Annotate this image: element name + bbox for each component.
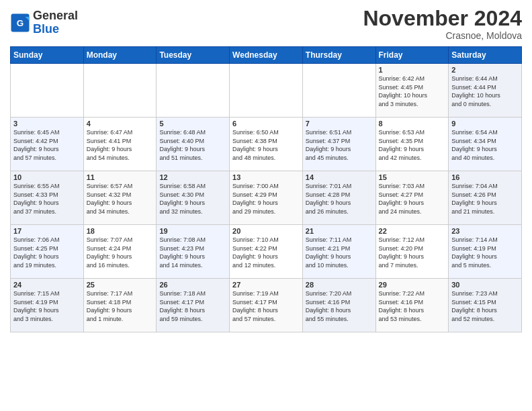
day-number: 18 (87, 227, 154, 235)
page-container: G General Blue November 2024 Crasnoe, Mo… (0, 0, 532, 339)
logo-text: General Blue (33, 9, 78, 36)
calendar-cell: 13Sunrise: 7:00 AM Sunset: 4:29 PM Dayli… (230, 171, 303, 225)
day-number: 5 (159, 120, 226, 128)
day-info: Sunrise: 7:07 AM Sunset: 4:24 PM Dayligh… (87, 236, 154, 269)
day-number: 25 (87, 281, 154, 289)
calendar-cell (302, 64, 375, 118)
logo-icon: G (10, 13, 30, 33)
day-number: 20 (232, 227, 300, 235)
day-number: 10 (13, 173, 81, 181)
calendar-cell: 9Sunrise: 6:54 AM Sunset: 4:34 PM Daylig… (449, 118, 522, 171)
calendar-cell: 26Sunrise: 7:18 AM Sunset: 4:17 PM Dayli… (157, 279, 230, 332)
day-number: 9 (451, 120, 519, 128)
calendar-cell: 7Sunrise: 6:51 AM Sunset: 4:37 PM Daylig… (302, 118, 375, 171)
calendar-cell: 1Sunrise: 6:42 AM Sunset: 4:45 PM Daylig… (375, 64, 449, 118)
day-number: 3 (13, 120, 81, 128)
weekday-header: Saturday (449, 47, 522, 64)
calendar-cell: 28Sunrise: 7:20 AM Sunset: 4:16 PM Dayli… (302, 279, 375, 332)
day-info: Sunrise: 7:11 AM Sunset: 4:21 PM Dayligh… (306, 236, 373, 269)
day-info: Sunrise: 7:08 AM Sunset: 4:23 PM Dayligh… (159, 236, 226, 269)
logo: G General Blue (10, 9, 78, 36)
day-info: Sunrise: 6:53 AM Sunset: 4:35 PM Dayligh… (379, 128, 446, 162)
calendar-cell (157, 64, 230, 118)
day-number: 21 (306, 227, 373, 235)
day-number: 17 (13, 227, 81, 235)
title-block: November 2024 Crasnoe, Moldova (363, 7, 522, 41)
header: G General Blue November 2024 Crasnoe, Mo… (10, 7, 522, 41)
calendar-cell: 17Sunrise: 7:06 AM Sunset: 4:25 PM Dayli… (11, 225, 84, 279)
day-info: Sunrise: 7:00 AM Sunset: 4:29 PM Dayligh… (232, 182, 300, 216)
day-info: Sunrise: 6:48 AM Sunset: 4:40 PM Dayligh… (159, 128, 226, 162)
day-info: Sunrise: 6:42 AM Sunset: 4:45 PM Dayligh… (379, 75, 446, 108)
calendar-cell: 15Sunrise: 7:03 AM Sunset: 4:27 PM Dayli… (375, 171, 449, 225)
day-info: Sunrise: 7:18 AM Sunset: 4:17 PM Dayligh… (159, 289, 226, 323)
day-info: Sunrise: 7:12 AM Sunset: 4:20 PM Dayligh… (379, 236, 446, 269)
weekday-header: Sunday (11, 47, 84, 64)
day-number: 26 (159, 281, 226, 289)
day-info: Sunrise: 7:10 AM Sunset: 4:22 PM Dayligh… (232, 236, 300, 269)
day-number: 14 (306, 173, 373, 181)
calendar-cell: 3Sunrise: 6:45 AM Sunset: 4:42 PM Daylig… (11, 118, 84, 171)
day-info: Sunrise: 6:58 AM Sunset: 4:30 PM Dayligh… (159, 182, 226, 216)
day-number: 2 (451, 66, 519, 74)
day-number: 4 (87, 120, 154, 128)
day-info: Sunrise: 7:03 AM Sunset: 4:27 PM Dayligh… (379, 182, 446, 216)
calendar-cell: 16Sunrise: 7:04 AM Sunset: 4:26 PM Dayli… (449, 171, 522, 225)
day-number: 16 (451, 173, 519, 181)
day-number: 8 (379, 120, 446, 128)
day-number: 27 (232, 281, 300, 289)
svg-text:G: G (17, 17, 24, 28)
day-number: 12 (159, 173, 226, 181)
day-info: Sunrise: 6:57 AM Sunset: 4:32 PM Dayligh… (87, 182, 154, 216)
day-info: Sunrise: 6:50 AM Sunset: 4:38 PM Dayligh… (232, 128, 300, 162)
weekday-header: Tuesday (157, 47, 230, 64)
calendar-cell: 5Sunrise: 6:48 AM Sunset: 4:40 PM Daylig… (157, 118, 230, 171)
calendar-cell (11, 64, 84, 118)
calendar-cell: 2Sunrise: 6:44 AM Sunset: 4:44 PM Daylig… (449, 64, 522, 118)
calendar-week-row: 3Sunrise: 6:45 AM Sunset: 4:42 PM Daylig… (11, 118, 522, 171)
day-info: Sunrise: 6:54 AM Sunset: 4:34 PM Dayligh… (451, 128, 519, 162)
day-info: Sunrise: 6:51 AM Sunset: 4:37 PM Dayligh… (306, 128, 373, 162)
calendar-cell: 18Sunrise: 7:07 AM Sunset: 4:24 PM Dayli… (83, 225, 157, 279)
calendar-cell: 11Sunrise: 6:57 AM Sunset: 4:32 PM Dayli… (83, 171, 157, 225)
calendar-cell (230, 64, 303, 118)
day-number: 23 (451, 227, 519, 235)
day-number: 22 (379, 227, 446, 235)
day-number: 7 (306, 120, 373, 128)
weekday-header: Monday (83, 47, 157, 64)
day-info: Sunrise: 7:20 AM Sunset: 4:16 PM Dayligh… (306, 289, 373, 323)
calendar-cell: 30Sunrise: 7:23 AM Sunset: 4:15 PM Dayli… (449, 279, 522, 332)
calendar-cell: 12Sunrise: 6:58 AM Sunset: 4:30 PM Dayli… (157, 171, 230, 225)
day-info: Sunrise: 7:22 AM Sunset: 4:16 PM Dayligh… (379, 289, 446, 323)
day-info: Sunrise: 6:44 AM Sunset: 4:44 PM Dayligh… (451, 75, 519, 108)
calendar-cell: 27Sunrise: 7:19 AM Sunset: 4:17 PM Dayli… (230, 279, 303, 332)
day-number: 29 (379, 281, 446, 289)
day-number: 19 (159, 227, 226, 235)
calendar-week-row: 24Sunrise: 7:15 AM Sunset: 4:19 PM Dayli… (11, 279, 522, 332)
calendar-cell: 14Sunrise: 7:01 AM Sunset: 4:28 PM Dayli… (302, 171, 375, 225)
day-number: 13 (232, 173, 300, 181)
day-info: Sunrise: 7:15 AM Sunset: 4:19 PM Dayligh… (13, 289, 81, 323)
calendar-cell: 4Sunrise: 6:47 AM Sunset: 4:41 PM Daylig… (83, 118, 157, 171)
weekday-header: Thursday (302, 47, 375, 64)
day-info: Sunrise: 7:06 AM Sunset: 4:25 PM Dayligh… (13, 236, 81, 269)
day-number: 24 (13, 281, 81, 289)
calendar-cell: 8Sunrise: 6:53 AM Sunset: 4:35 PM Daylig… (375, 118, 449, 171)
day-info: Sunrise: 6:45 AM Sunset: 4:42 PM Dayligh… (13, 128, 81, 162)
day-info: Sunrise: 7:19 AM Sunset: 4:17 PM Dayligh… (232, 289, 300, 323)
calendar-cell: 22Sunrise: 7:12 AM Sunset: 4:20 PM Dayli… (375, 225, 449, 279)
calendar-cell: 20Sunrise: 7:10 AM Sunset: 4:22 PM Dayli… (230, 225, 303, 279)
calendar-cell (83, 64, 157, 118)
weekday-header: Friday (375, 47, 449, 64)
weekday-header: Wednesday (230, 47, 303, 64)
day-number: 1 (379, 66, 446, 74)
day-info: Sunrise: 6:55 AM Sunset: 4:33 PM Dayligh… (13, 182, 81, 216)
calendar-cell: 24Sunrise: 7:15 AM Sunset: 4:19 PM Dayli… (11, 279, 84, 332)
calendar-cell: 10Sunrise: 6:55 AM Sunset: 4:33 PM Dayli… (11, 171, 84, 225)
calendar-cell: 19Sunrise: 7:08 AM Sunset: 4:23 PM Dayli… (157, 225, 230, 279)
day-number: 30 (451, 281, 519, 289)
location: Crasnoe, Moldova (363, 30, 522, 41)
day-number: 6 (232, 120, 300, 128)
day-info: Sunrise: 7:01 AM Sunset: 4:28 PM Dayligh… (306, 182, 373, 216)
day-info: Sunrise: 7:23 AM Sunset: 4:15 PM Dayligh… (451, 289, 519, 323)
